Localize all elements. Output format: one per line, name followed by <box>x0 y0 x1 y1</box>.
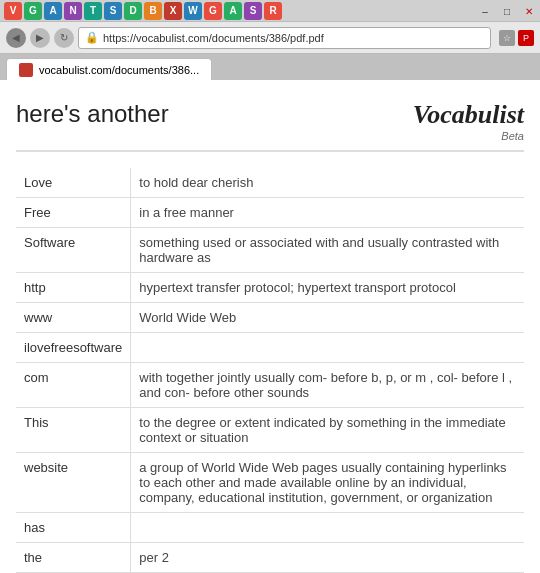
star-icon[interactable]: ☆ <box>499 30 515 46</box>
vocabulary-table: Loveto hold dear cherishFreein a free ma… <box>16 168 524 573</box>
definition-cell: per 2 <box>131 543 524 573</box>
word-cell: has <box>16 513 131 543</box>
word-cell: com <box>16 363 131 408</box>
definition-cell: in a free manner <box>131 198 524 228</box>
word-cell: website <box>16 453 131 513</box>
definition-cell: something used or associated with and us… <box>131 228 524 273</box>
logo-area: Vocabulist Beta <box>413 100 524 142</box>
extensions-bar: VGANTSDBXWGASR – □ ✕ <box>0 0 540 22</box>
table-row: Softwaresomething used or associated wit… <box>16 228 524 273</box>
browser-toolbar: ◀ ▶ ↻ 🔒 https://vocabulist.com/documents… <box>0 22 540 54</box>
lock-icon: 🔒 <box>85 31 99 44</box>
extension-icon[interactable]: V <box>4 2 22 20</box>
tab-bar: vocabulist.com/documents/386... <box>0 54 540 80</box>
definition-cell <box>131 333 524 363</box>
table-row: comwith together jointly usually com- be… <box>16 363 524 408</box>
table-row: Loveto hold dear cherish <box>16 168 524 198</box>
extension-icon[interactable]: T <box>84 2 102 20</box>
extension-icon[interactable]: G <box>24 2 42 20</box>
table-row: Freein a free manner <box>16 198 524 228</box>
back-button[interactable]: ◀ <box>6 28 26 48</box>
word-cell: This <box>16 408 131 453</box>
refresh-button[interactable]: ↻ <box>54 28 74 48</box>
definition-cell: World Wide Web <box>131 303 524 333</box>
url-text: https://vocabulist.com/documents/386/pdf… <box>103 32 324 44</box>
settings-icon[interactable]: P <box>518 30 534 46</box>
word-cell: the <box>16 543 131 573</box>
logo-beta: Beta <box>413 130 524 142</box>
extension-icon[interactable]: W <box>184 2 202 20</box>
extension-icon[interactable]: D <box>124 2 142 20</box>
extension-icon[interactable]: G <box>204 2 222 20</box>
definition-cell: a group of World Wide Web pages usually … <box>131 453 524 513</box>
extension-icon[interactable]: S <box>104 2 122 20</box>
table-row: httphypertext transfer protocol; hyperte… <box>16 273 524 303</box>
definition-cell: hypertext transfer protocol; hypertext t… <box>131 273 524 303</box>
page-header: here's another Vocabulist Beta <box>16 100 524 152</box>
table-row: has <box>16 513 524 543</box>
table-row: ilovefreesoftware <box>16 333 524 363</box>
extension-icon[interactable]: S <box>244 2 262 20</box>
extension-icon[interactable]: A <box>224 2 242 20</box>
forward-button[interactable]: ▶ <box>30 28 50 48</box>
table-row: Thisto the degree or extent indicated by… <box>16 408 524 453</box>
page-content: here's another Vocabulist Beta Loveto ho… <box>0 80 540 573</box>
definition-cell: to the degree or extent indicated by som… <box>131 408 524 453</box>
word-cell: Love <box>16 168 131 198</box>
extension-icon[interactable]: A <box>44 2 62 20</box>
definition-cell <box>131 513 524 543</box>
definition-cell: to hold dear cherish <box>131 168 524 198</box>
logo-text: Vocabulist <box>413 100 524 130</box>
favicon <box>19 63 33 77</box>
extension-icon[interactable]: R <box>264 2 282 20</box>
word-cell: Free <box>16 198 131 228</box>
definition-cell: with together jointly usually com- befor… <box>131 363 524 408</box>
active-tab[interactable]: vocabulist.com/documents/386... <box>6 58 212 80</box>
word-cell: www <box>16 303 131 333</box>
maximize-button[interactable]: □ <box>496 0 518 22</box>
extension-icon[interactable]: X <box>164 2 182 20</box>
table-row: websitea group of World Wide Web pages u… <box>16 453 524 513</box>
tab-label: vocabulist.com/documents/386... <box>39 64 199 76</box>
table-row: theper 2 <box>16 543 524 573</box>
close-button[interactable]: ✕ <box>518 0 540 22</box>
address-bar[interactable]: 🔒 https://vocabulist.com/documents/386/p… <box>78 27 491 49</box>
page-title: here's another <box>16 100 169 128</box>
extension-icon[interactable]: B <box>144 2 162 20</box>
extension-icon[interactable]: N <box>64 2 82 20</box>
word-cell: Software <box>16 228 131 273</box>
table-row: wwwWorld Wide Web <box>16 303 524 333</box>
minimize-button[interactable]: – <box>474 0 496 22</box>
word-cell: ilovefreesoftware <box>16 333 131 363</box>
word-cell: http <box>16 273 131 303</box>
